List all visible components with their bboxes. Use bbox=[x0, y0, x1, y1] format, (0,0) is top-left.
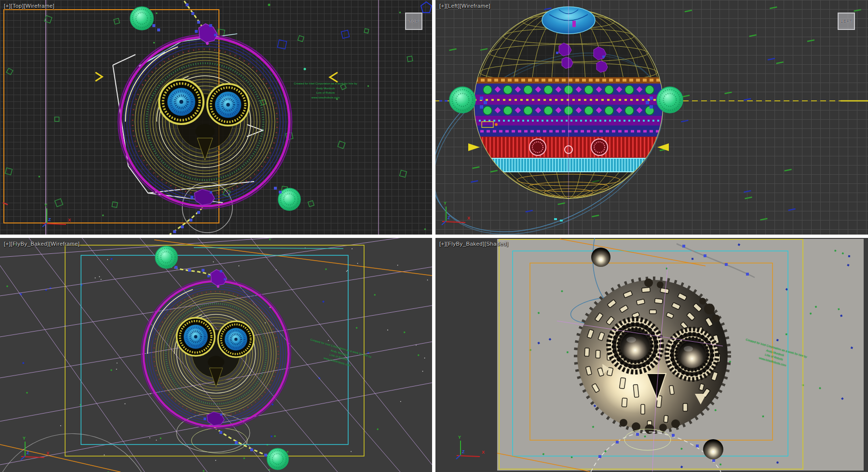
axis-tripod-icon: Y X Z bbox=[456, 435, 485, 459]
axis-tripod-icon: Y X Z bbox=[442, 201, 470, 225]
left-viewport-canvas: Y X Z bbox=[435, 0, 868, 235]
svg-text:X: X bbox=[467, 216, 470, 221]
svg-text:Y: Y bbox=[458, 435, 461, 440]
quad-viewport-layout: Y X Z [+][Top][Wireframe] TOP Created fo… bbox=[0, 0, 868, 472]
viewport-label-flyby-wireframe[interactable]: [+][FlyBy_Baked][Wireframe] bbox=[4, 241, 80, 247]
svg-text:X: X bbox=[46, 451, 49, 456]
svg-text:Y: Y bbox=[23, 436, 26, 441]
small-sphere bbox=[591, 248, 610, 267]
viewcube-left-label: LEFT bbox=[841, 19, 853, 24]
viewcube-top-label: TOP bbox=[409, 19, 419, 24]
svg-text:Z: Z bbox=[48, 217, 51, 222]
svg-text:Z: Z bbox=[448, 215, 450, 220]
svg-text:X: X bbox=[68, 218, 71, 222]
svg-text:Y: Y bbox=[444, 201, 447, 206]
svg-text:Y: Y bbox=[44, 203, 47, 208]
top-viewport-canvas: Y X Z bbox=[0, 0, 432, 235]
viewcube-top-icon[interactable]: TOP bbox=[405, 13, 422, 30]
viewport-left[interactable]: Y X Z [+][Left][Wireframe] LEFT bbox=[435, 0, 868, 235]
svg-text:X: X bbox=[482, 450, 485, 455]
viewport-flyby-wireframe[interactable]: Y X Z [+][FlyBy_Baked][Wireframe] Create… bbox=[0, 238, 432, 472]
viewport-top[interactable]: Y X Z [+][Top][Wireframe] TOP Created fo… bbox=[0, 0, 432, 235]
viewcube-left-icon[interactable]: LEFT bbox=[838, 13, 855, 30]
viewport-label-left[interactable]: [+][Left][Wireframe] bbox=[439, 3, 490, 9]
svg-text:Z: Z bbox=[27, 450, 29, 455]
watermark-text: Created for Intel Corporation as a work … bbox=[287, 82, 364, 100]
svg-text:Z: Z bbox=[462, 449, 465, 454]
viewport-label-flyby-shaded[interactable]: [+][FlyBy_Baked][Shaded] bbox=[439, 241, 508, 247]
small-sphere bbox=[703, 439, 723, 459]
viewport-label-top[interactable]: [+][Top][Wireframe] bbox=[4, 3, 54, 9]
viewport-flyby-shaded[interactable]: Y X Z [+][FlyBy_Baked][Shaded] Created f… bbox=[435, 238, 868, 472]
